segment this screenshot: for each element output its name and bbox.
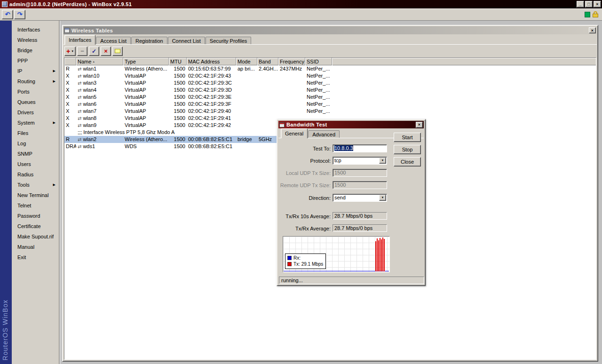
- bandwidth-dialog-tabs: GeneralAdvanced: [280, 129, 340, 138]
- sidebar-item-routing[interactable]: Routing▶: [12, 76, 59, 87]
- minimize-button[interactable]: _: [577, 1, 584, 8]
- redo-button[interactable]: ↷: [14, 10, 25, 19]
- remove-interface-button[interactable]: −: [77, 47, 87, 56]
- stop-button[interactable]: Stop: [394, 145, 421, 154]
- maximize-button[interactable]: □: [585, 1, 593, 8]
- cell-band: [257, 79, 278, 87]
- sidebar-item-wireless[interactable]: Wireless: [12, 35, 59, 45]
- undo-icon: ↶: [5, 11, 10, 18]
- dialog-tab-advanced[interactable]: Advanced: [308, 130, 340, 138]
- sidebar-item-exit[interactable]: Exit: [12, 252, 59, 262]
- column-header-band[interactable]: Band: [257, 58, 278, 65]
- avg10s-label: Tx/Rx 10s Average:: [279, 214, 331, 219]
- column-header-mode[interactable]: Mode: [236, 58, 257, 65]
- table-row-wlan3[interactable]: X⇄wlan3VirtualAP150002:0C:42:1F:29:3CNet…: [64, 79, 596, 87]
- tx-bar: [378, 240, 379, 271]
- protocol-dropdown-icon[interactable]: ▼: [379, 158, 386, 164]
- sidebar-item-bridge[interactable]: Bridge: [12, 45, 59, 55]
- column-header-name[interactable]: Name▲: [76, 58, 123, 65]
- table-row-wlan4[interactable]: X⇄wlan4VirtualAP150002:0C:42:1F:29:3DNet…: [64, 87, 596, 94]
- protocol-select[interactable]: tcp ▼: [333, 157, 387, 165]
- sidebar-item-drivers[interactable]: Drivers: [12, 107, 59, 118]
- sidebar-item-ip[interactable]: IP▶: [12, 66, 59, 76]
- sidebar-item-queues[interactable]: Queues: [12, 97, 59, 107]
- enable-interface-button[interactable]: ✓: [89, 47, 99, 56]
- sidebar-item-ppp[interactable]: PPP: [12, 55, 59, 66]
- cell-mtu: 1500: [169, 79, 187, 87]
- cell-type: VirtualAP: [123, 72, 169, 79]
- column-header-mac-address[interactable]: MAC Address: [187, 58, 236, 65]
- wireless-toolbar: + ▼ − ✓ ×: [63, 45, 597, 57]
- legend-tx: Tx: 29.1 Mbps: [287, 261, 323, 267]
- cell-name: ⇄wds1: [76, 143, 123, 150]
- column-header-mtu[interactable]: MTU: [169, 58, 187, 65]
- tab-interfaces[interactable]: Interfaces: [64, 35, 95, 45]
- sidebar-item-interfaces[interactable]: Interfaces: [12, 24, 59, 35]
- sidebar-item-label: Make Supout.rif: [17, 234, 54, 239]
- sidebar-item-snmp[interactable]: SNMP: [12, 149, 59, 159]
- direction-select[interactable]: send ▼: [333, 194, 387, 202]
- cell-mac: 02:0C:42:1F:29:40: [187, 108, 236, 115]
- column-header-ssid[interactable]: SSID: [305, 58, 332, 65]
- tab-security-profiles[interactable]: Security Profiles: [206, 37, 251, 45]
- undo-button[interactable]: ↶: [2, 10, 13, 19]
- column-header-type[interactable]: Type: [123, 58, 169, 65]
- dialog-close-action-button[interactable]: Close: [394, 157, 421, 166]
- cell-flags: DRA: [64, 143, 76, 150]
- comment-button[interactable]: [112, 47, 123, 56]
- dialog-status-text: running...: [281, 277, 303, 283]
- direction-dropdown-icon[interactable]: ▼: [379, 195, 386, 201]
- tab-access-list[interactable]: Access List: [96, 37, 131, 45]
- remote-udp-tx-size-value: 1500: [334, 182, 346, 188]
- sidebar-item-label: Ports: [17, 89, 30, 95]
- sidebar-item-log[interactable]: Log: [12, 138, 59, 149]
- cell-mac: 02:0C:42:1F:29:3F: [187, 101, 236, 108]
- cell-flags: X: [64, 122, 76, 129]
- table-row-wlan10[interactable]: X⇄wlan10VirtualAP150002:0C:42:1F:29:43Ne…: [64, 72, 596, 79]
- add-interface-button[interactable]: + ▼: [64, 47, 76, 56]
- cell-mtu: 1500: [169, 115, 187, 122]
- bandwidth-dialog-icon: [279, 122, 285, 127]
- table-row-wlan6[interactable]: X⇄wlan6VirtualAP150002:0C:42:1F:29:3FNet…: [64, 101, 596, 108]
- cell-mode: [236, 108, 257, 115]
- start-button[interactable]: Start: [394, 133, 421, 142]
- column-header-frequency[interactable]: Frequency: [278, 58, 305, 65]
- tab-connect-list[interactable]: Connect List: [168, 37, 205, 45]
- sidebar-item-label: Queues: [17, 99, 36, 105]
- direction-value: send: [334, 195, 346, 200]
- sidebar-item-label: Tools: [17, 182, 30, 188]
- sidebar-item-certificate[interactable]: Certificate: [12, 221, 59, 231]
- sidebar-item-manual[interactable]: Manual: [12, 242, 59, 252]
- close-button[interactable]: ×: [594, 1, 601, 8]
- sidebar-item-make-supout-rif[interactable]: Make Supout.rif: [12, 231, 59, 242]
- wireless-tables-titlebar[interactable]: Wireless Tables ×: [63, 26, 597, 34]
- sidebar-item-password[interactable]: Password: [12, 211, 59, 221]
- table-row-wlan5[interactable]: X⇄wlan5VirtualAP150002:0C:42:1F:29:3ENet…: [64, 94, 596, 101]
- wireless-close-button[interactable]: ×: [589, 27, 596, 33]
- sidebar-item-tools[interactable]: Tools▶: [12, 180, 59, 190]
- sidebar-item-files[interactable]: Files: [12, 128, 59, 138]
- test-to-input[interactable]: 10.8.0.3: [333, 144, 387, 152]
- sidebar-item-radius[interactable]: Radius: [12, 169, 59, 180]
- disable-interface-button[interactable]: ×: [101, 47, 111, 56]
- interface-icon: ⇄: [78, 137, 81, 142]
- cell-flags: [64, 129, 76, 136]
- bandwidth-dialog-titlebar[interactable]: Bandwidth Test ×: [278, 121, 424, 128]
- tab-registration[interactable]: Registration: [131, 37, 167, 45]
- local-udp-tx-size-label: Local UDP Tx Size:: [279, 170, 331, 176]
- remote-udp-tx-size-label: Remote UDP Tx Size:: [279, 182, 331, 188]
- bandwidth-dialog-close-button[interactable]: ×: [416, 122, 423, 128]
- table-row-wlan1[interactable]: R⇄wlan1Wireless (Athero...150000:15:6D:6…: [64, 65, 596, 72]
- column-header-flags[interactable]: [64, 58, 76, 65]
- sidebar-item-label: Wireless: [17, 37, 37, 43]
- cell-band: 2.4GH...: [257, 65, 278, 72]
- sidebar-item-telnet[interactable]: Telnet: [12, 200, 59, 211]
- sidebar-item-new-terminal[interactable]: New Terminal: [12, 190, 59, 200]
- sidebar-item-ports[interactable]: Ports: [12, 87, 59, 97]
- sidebar-item-system[interactable]: System▶: [12, 118, 59, 128]
- interface-icon: ⇄: [78, 95, 81, 100]
- table-row-wlan7[interactable]: X⇄wlan7VirtualAP150002:0C:42:1F:29:40Net…: [64, 108, 596, 115]
- dialog-tab-general[interactable]: General: [281, 128, 308, 138]
- tx-bars: [375, 237, 387, 271]
- sidebar-item-users[interactable]: Users: [12, 159, 59, 169]
